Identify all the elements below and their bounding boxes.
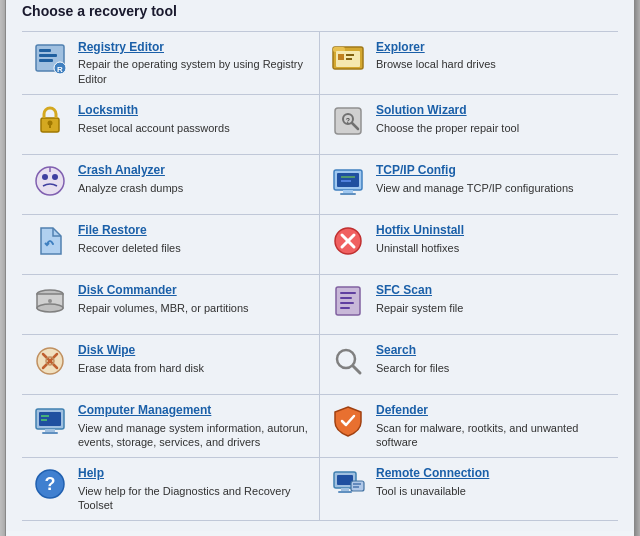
tool-item-crash-analyzer: Crash AnalyzerAnalyze crash dumps <box>22 155 320 215</box>
disk-wipe-text: Disk WipeErase data from hard disk <box>78 343 204 375</box>
svg-rect-52 <box>42 432 58 434</box>
crash-analyzer-icon <box>32 163 68 199</box>
help-icon: ? <box>32 466 68 502</box>
help-text: HelpView help for the Diagnostics and Re… <box>78 466 309 512</box>
tool-item-locksmith: LocksmithReset local account passwords <box>22 95 320 155</box>
solution-wizard-desc: Choose the proper repair tool <box>376 121 519 135</box>
svg-point-23 <box>52 174 58 180</box>
defender-desc: Scan for malware, rootkits, and unwanted… <box>376 421 608 450</box>
disk-commander-icon <box>32 283 68 319</box>
svg-rect-59 <box>341 488 349 491</box>
svg-point-37 <box>48 299 52 303</box>
svg-rect-60 <box>338 491 352 493</box>
tool-item-registry-editor: RRegistry EditorRepair the operating sys… <box>22 32 320 95</box>
crash-analyzer-link[interactable]: Crash Analyzer <box>78 163 183 179</box>
defender-link[interactable]: Defender <box>376 403 608 419</box>
svg-text:R: R <box>57 65 63 74</box>
registry-editor-desc: Repair the operating system by using Reg… <box>78 57 309 86</box>
explorer-link[interactable]: Explorer <box>376 40 496 56</box>
search-icon <box>330 343 366 379</box>
tcpip-config-link[interactable]: TCP/IP Config <box>376 163 574 179</box>
hotfix-uninstall-text: Hotfix UninstallUninstall hotfixes <box>376 223 464 255</box>
solution-wizard-text: Solution WizardChoose the proper repair … <box>376 103 519 135</box>
svg-point-22 <box>42 174 48 180</box>
svg-rect-12 <box>346 54 354 56</box>
tool-item-solution-wizard: ?Solution WizardChoose the proper repair… <box>320 95 618 155</box>
disk-wipe-icon <box>32 343 68 379</box>
explorer-text: ExplorerBrowse local hard drives <box>376 40 496 72</box>
help-link[interactable]: Help <box>78 466 309 482</box>
tool-item-disk-commander: Disk CommanderRepair volumes, MBR, or pa… <box>22 275 320 335</box>
defender-text: DefenderScan for malware, rootkits, and … <box>376 403 608 449</box>
computer-management-icon <box>32 403 68 439</box>
remote-connection-icon <box>330 466 366 502</box>
svg-line-48 <box>353 366 360 373</box>
hotfix-uninstall-icon <box>330 223 366 259</box>
svg-rect-41 <box>340 302 354 304</box>
registry-editor-text: Registry EditorRepair the operating syst… <box>78 40 309 86</box>
svg-rect-26 <box>337 173 359 187</box>
disk-commander-desc: Repair volumes, MBR, or partitions <box>78 301 249 315</box>
footer: Close <box>6 531 634 536</box>
svg-rect-42 <box>340 307 350 309</box>
sfc-scan-desc: Repair system file <box>376 301 463 315</box>
computer-management-link[interactable]: Computer Management <box>78 403 309 419</box>
svg-text:?: ? <box>346 117 350 124</box>
tool-item-explorer: ExplorerBrowse local hard drives <box>320 32 618 95</box>
disk-commander-link[interactable]: Disk Commander <box>78 283 249 299</box>
sfc-scan-icon <box>330 283 366 319</box>
file-restore-desc: Recover deleted files <box>78 241 181 255</box>
registry-editor-icon: R <box>32 40 68 76</box>
svg-rect-51 <box>45 429 55 432</box>
crash-analyzer-desc: Analyze crash dumps <box>78 181 183 195</box>
remote-connection-link[interactable]: Remote Connection <box>376 466 489 482</box>
tool-item-search: SearchSearch for files <box>320 335 618 395</box>
page-heading: Choose a recovery tool <box>22 3 618 19</box>
locksmith-icon <box>32 103 68 139</box>
sfc-scan-link[interactable]: SFC Scan <box>376 283 463 299</box>
remote-connection-text: Remote ConnectionTool is unavailable <box>376 466 489 498</box>
hotfix-uninstall-desc: Uninstall hotfixes <box>376 241 464 255</box>
svg-rect-16 <box>49 124 51 128</box>
disk-wipe-link[interactable]: Disk Wipe <box>78 343 204 359</box>
tool-item-help: ?HelpView help for the Diagnostics and R… <box>22 458 320 521</box>
tcpip-config-text: TCP/IP ConfigView and manage TCP/IP conf… <box>376 163 574 195</box>
registry-editor-link[interactable]: Registry Editor <box>78 40 309 56</box>
search-link[interactable]: Search <box>376 343 449 359</box>
svg-text:?: ? <box>45 474 56 494</box>
svg-rect-40 <box>340 297 352 299</box>
locksmith-desc: Reset local account passwords <box>78 121 230 135</box>
svg-rect-27 <box>343 190 353 193</box>
tools-grid: RRegistry EditorRepair the operating sys… <box>22 31 618 522</box>
tool-item-remote-connection: Remote ConnectionTool is unavailable <box>320 458 618 521</box>
remote-connection-desc: Tool is unavailable <box>376 484 489 498</box>
tool-item-defender: DefenderScan for malware, rootkits, and … <box>320 395 618 458</box>
defender-icon <box>330 403 366 439</box>
explorer-icon <box>330 40 366 76</box>
help-desc: View help for the Diagnostics and Recove… <box>78 484 309 513</box>
computer-management-text: Computer ManagementView and manage syste… <box>78 403 309 449</box>
svg-rect-50 <box>39 412 61 426</box>
locksmith-text: LocksmithReset local account passwords <box>78 103 230 135</box>
svg-rect-4 <box>39 54 57 57</box>
solution-wizard-link[interactable]: Solution Wizard <box>376 103 519 119</box>
svg-rect-13 <box>346 58 352 60</box>
tool-item-disk-wipe: Disk WipeErase data from hard disk <box>22 335 320 395</box>
hotfix-uninstall-link[interactable]: Hotfix Uninstall <box>376 223 464 239</box>
computer-management-desc: View and manage system information, auto… <box>78 421 309 450</box>
tool-item-tcpip-config: TCP/IP ConfigView and manage TCP/IP conf… <box>320 155 618 215</box>
disk-commander-text: Disk CommanderRepair volumes, MBR, or pa… <box>78 283 249 315</box>
tool-item-computer-management: Computer ManagementView and manage syste… <box>22 395 320 458</box>
svg-rect-38 <box>336 287 360 315</box>
crash-analyzer-text: Crash AnalyzerAnalyze crash dumps <box>78 163 183 195</box>
svg-rect-5 <box>39 59 53 62</box>
locksmith-link[interactable]: Locksmith <box>78 103 230 119</box>
tool-item-sfc-scan: SFC ScanRepair system file <box>320 275 618 335</box>
tool-item-hotfix-uninstall: Hotfix UninstallUninstall hotfixes <box>320 215 618 275</box>
disk-wipe-desc: Erase data from hard disk <box>78 361 204 375</box>
file-restore-text: File RestoreRecover deleted files <box>78 223 181 255</box>
tcpip-config-icon <box>330 163 366 199</box>
svg-rect-28 <box>340 193 356 195</box>
file-restore-link[interactable]: File Restore <box>78 223 181 239</box>
tool-item-file-restore: File RestoreRecover deleted files <box>22 215 320 275</box>
